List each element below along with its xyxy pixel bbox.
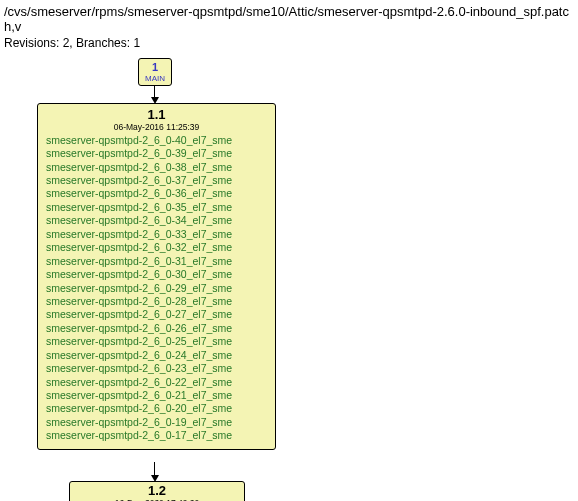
tag-entry: smeserver-qpsmtpd-2_6_0-30_el7_sme xyxy=(46,268,269,281)
tag-entry: smeserver-qpsmtpd-2_6_0-27_el7_sme xyxy=(46,308,269,321)
tag-entry: smeserver-qpsmtpd-2_6_0-25_el7_sme xyxy=(46,335,269,348)
branch-label: MAIN xyxy=(143,74,167,83)
tag-entry: smeserver-qpsmtpd-2_6_0-29_el7_sme xyxy=(46,282,269,295)
tag-entry: smeserver-qpsmtpd-2_6_0-34_el7_sme xyxy=(46,214,269,227)
tag-entry: smeserver-qpsmtpd-2_6_0-35_el7_sme xyxy=(46,201,269,214)
branch-node-main[interactable]: 1 MAIN xyxy=(138,58,172,86)
revision-graph: 1 MAIN 1.1 06-May-2016 11:25:39 smeserve… xyxy=(4,58,574,501)
tag-entry: smeserver-qpsmtpd-2_6_0-22_el7_sme xyxy=(46,376,269,389)
tag-entry: smeserver-qpsmtpd-2_6_0-26_el7_sme xyxy=(46,322,269,335)
tag-entry: smeserver-qpsmtpd-2_6_0-24_el7_sme xyxy=(46,349,269,362)
repo-path: /cvs/smeserver/rpms/smeserver-qpsmtpd/sm… xyxy=(4,4,574,34)
tag-entry: smeserver-qpsmtpd-2_6_0-17_el7_sme xyxy=(46,429,269,442)
tag-entry: smeserver-qpsmtpd-2_6_0-37_el7_sme xyxy=(46,174,269,187)
tag-entry: smeserver-qpsmtpd-2_6_0-28_el7_sme xyxy=(46,295,269,308)
revision-timestamp: 06-May-2016 11:25:39 xyxy=(44,123,269,133)
tag-entry: smeserver-qpsmtpd-2_6_0-20_el7_sme xyxy=(46,402,269,415)
tag-entry: smeserver-qpsmtpd-2_6_0-21_el7_sme xyxy=(46,389,269,402)
edge xyxy=(154,462,155,476)
tag-list: smeserver-qpsmtpd-2_6_0-40_el7_smesmeser… xyxy=(44,134,269,443)
tag-entry: smeserver-qpsmtpd-2_6_0-40_el7_sme xyxy=(46,134,269,147)
revision-number: 1.2 xyxy=(74,484,240,499)
revision-node-1-1[interactable]: 1.1 06-May-2016 11:25:39 smeserver-qpsmt… xyxy=(37,103,276,450)
revision-node-1-2[interactable]: 1.2 16-Dec-2020 17:49:20 HEAD xyxy=(69,481,245,501)
tag-entry: smeserver-qpsmtpd-2_6_0-33_el7_sme xyxy=(46,228,269,241)
tag-entry: smeserver-qpsmtpd-2_6_0-38_el7_sme xyxy=(46,161,269,174)
revisions-summary: Revisions: 2, Branches: 1 xyxy=(4,36,574,50)
tag-entry: smeserver-qpsmtpd-2_6_0-32_el7_sme xyxy=(46,241,269,254)
tag-entry: smeserver-qpsmtpd-2_6_0-39_el7_sme xyxy=(46,147,269,160)
tag-entry: smeserver-qpsmtpd-2_6_0-23_el7_sme xyxy=(46,362,269,375)
branch-number: 1 xyxy=(143,61,167,74)
tag-entry: smeserver-qpsmtpd-2_6_0-19_el7_sme xyxy=(46,416,269,429)
revision-number: 1.1 xyxy=(44,108,269,123)
tag-entry: smeserver-qpsmtpd-2_6_0-31_el7_sme xyxy=(46,255,269,268)
tag-entry: smeserver-qpsmtpd-2_6_0-36_el7_sme xyxy=(46,187,269,200)
